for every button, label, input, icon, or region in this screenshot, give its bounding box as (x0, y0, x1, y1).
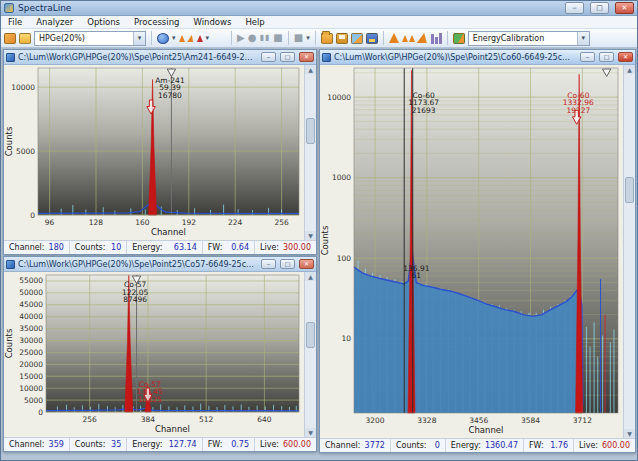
svg-text:5000: 5000 (16, 147, 35, 156)
scroll-down-icon[interactable]: ▼ (305, 231, 316, 240)
fw-label: FW: (529, 441, 544, 450)
am241-titlebar[interactable]: C:\Lum\Work\GP\HPGe(20%)\Spe\Point25\Am2… (4, 50, 316, 65)
peak-table-icon[interactable] (431, 33, 442, 44)
co60-titlebar[interactable]: C:\Lum\Work\GP\HPGe(20%)\Spe\Point25\Co6… (320, 50, 635, 65)
counts-value: 10 (111, 243, 121, 252)
energy-value: 63.14 (174, 243, 197, 252)
svg-text:256: 256 (83, 415, 98, 424)
svg-text:0: 0 (30, 211, 35, 220)
main-titlebar[interactable]: SpectraLine ‒ □ ✕ (1, 1, 637, 16)
co60-close-button[interactable]: ✕ (618, 52, 633, 62)
channel-label: Channel: (9, 440, 45, 449)
multi-peak-icon[interactable] (402, 35, 415, 42)
am241-vertical-scrollbar[interactable]: ▲ ▼ (304, 65, 316, 240)
start-acquisition-button[interactable]: ▶ (237, 33, 245, 43)
svg-text:224: 224 (228, 218, 243, 227)
peak-search-icon[interactable] (179, 35, 185, 42)
detector-select[interactable]: HPGe(20%) ▾ (34, 31, 146, 46)
nuclide-library-icon[interactable] (453, 33, 465, 44)
am241-spectrum-plot[interactable]: 050001000096128160192224256Am-24159.3916… (4, 65, 304, 240)
co57-maximize-button[interactable]: □ (280, 259, 295, 269)
svg-text:20000: 20000 (19, 360, 43, 369)
scrollbar-thumb[interactable] (625, 177, 634, 203)
am241-maximize-button[interactable]: □ (280, 52, 295, 62)
energy-label: Energy: (451, 441, 481, 450)
calibration-select[interactable]: EnergyCalibration ▾ (468, 31, 590, 46)
pause-button[interactable]: ▮▮ (259, 34, 270, 42)
svg-text:3200: 3200 (366, 416, 385, 425)
live-label: Live: (260, 243, 279, 252)
chevron-down-icon[interactable]: ▾ (577, 32, 589, 45)
svg-text:25000: 25000 (19, 348, 43, 357)
spectrum-list-icon[interactable] (19, 33, 31, 44)
svg-text:40000: 40000 (19, 312, 43, 321)
co57-minimize-button[interactable]: ‒ (261, 259, 276, 269)
display-mode-button[interactable]: ■ (294, 33, 303, 43)
new-spectrum-icon[interactable] (4, 33, 16, 44)
am241-minimize-button[interactable]: ‒ (261, 52, 276, 62)
svg-text:87496: 87496 (123, 295, 147, 304)
menu-file[interactable]: File (1, 17, 29, 27)
minimize-button[interactable]: ‒ (565, 2, 584, 14)
svg-text:35000: 35000 (19, 324, 43, 333)
am241-close-button[interactable]: ✕ (299, 52, 314, 62)
co57-vertical-scrollbar[interactable]: ▲ ▼ (304, 272, 316, 437)
co60-maximize-button[interactable]: □ (599, 52, 614, 62)
scroll-down-icon[interactable]: ▼ (624, 429, 635, 438)
chevron-down-icon[interactable]: ▾ (306, 35, 310, 42)
counts-label: Counts: (75, 243, 106, 252)
save-file-icon[interactable] (336, 33, 348, 44)
chevron-down-icon[interactable]: ▾ (206, 35, 210, 42)
co60-minimize-button[interactable]: ‒ (580, 52, 595, 62)
peak-area-icon[interactable] (416, 33, 428, 43)
scroll-down-icon[interactable]: ▼ (305, 428, 316, 437)
svg-text:Counts: Counts (4, 328, 14, 358)
svg-text:3712: 3712 (573, 416, 592, 425)
fw-label: FW: (208, 440, 223, 449)
co57-title: C:\Lum\Work\GP\HPGe(20%)\Spe\Point25\Co5… (18, 260, 257, 269)
svg-text:10: 10 (341, 334, 351, 343)
chevron-down-icon[interactable]: ▾ (172, 35, 176, 42)
svg-text:Channel: Channel (469, 425, 504, 435)
channel-value: 3772 (365, 441, 385, 450)
co57-titlebar[interactable]: C:\Lum\Work\GP\HPGe(20%)\Spe\Point25\Co5… (4, 257, 316, 272)
detector-setup-icon[interactable] (157, 33, 169, 44)
menu-options[interactable]: Options (80, 17, 127, 27)
report-icon[interactable] (351, 33, 363, 44)
channel-value: 359 (49, 440, 64, 449)
peak-mark-icon[interactable] (187, 35, 195, 42)
peak-fit-icon[interactable] (197, 35, 203, 42)
menu-analyzer[interactable]: Analyzer (29, 17, 80, 27)
close-button[interactable]: ✕ (615, 2, 634, 14)
co60-vertical-scrollbar[interactable]: ▲ ▼ (623, 65, 635, 438)
svg-text:21693: 21693 (412, 106, 436, 115)
co57-spectrum-plot[interactable]: 0500010000150002000025000300003500040000… (4, 272, 304, 437)
scroll-up-icon[interactable]: ▲ (305, 65, 316, 74)
scroll-up-icon[interactable]: ▲ (305, 272, 316, 281)
fw-label: FW: (208, 243, 223, 252)
stop-button[interactable]: ■ (273, 33, 282, 43)
menu-help[interactable]: Help (238, 17, 271, 27)
svg-text:30000: 30000 (19, 336, 43, 345)
scrollbar-thumb[interactable] (306, 322, 315, 348)
co60-spectrum-plot[interactable]: 1010010001000032003328345635843712Co-601… (320, 65, 623, 438)
maximize-button[interactable]: □ (590, 2, 609, 14)
scrollbar-thumb[interactable] (306, 118, 315, 144)
chevron-down-icon[interactable]: ▾ (133, 32, 145, 45)
am241-statusbar: Channel:180 Counts:10 Energy:63.14 FW:0.… (4, 240, 316, 254)
live-value: 600.00 (283, 440, 311, 449)
svg-text:100: 100 (337, 254, 352, 263)
counts-label: Counts: (75, 440, 106, 449)
menu-windows[interactable]: Windows (186, 17, 238, 27)
record-button[interactable]: ● (248, 33, 257, 43)
co57-close-button[interactable]: ✕ (299, 259, 314, 269)
single-peak-icon[interactable] (389, 33, 399, 43)
open-file-icon[interactable] (321, 33, 333, 44)
channel-label: Channel: (325, 441, 361, 450)
save-as-icon[interactable] (366, 33, 378, 44)
menu-processing[interactable]: Processing (127, 17, 186, 27)
co60-title: C:\Lum\Work\GP\HPGe(20%)\Spe\Point25\Co6… (334, 53, 576, 62)
scroll-up-icon[interactable]: ▲ (624, 65, 635, 74)
svg-text:Channel: Channel (155, 424, 190, 434)
svg-text:384: 384 (141, 415, 156, 424)
